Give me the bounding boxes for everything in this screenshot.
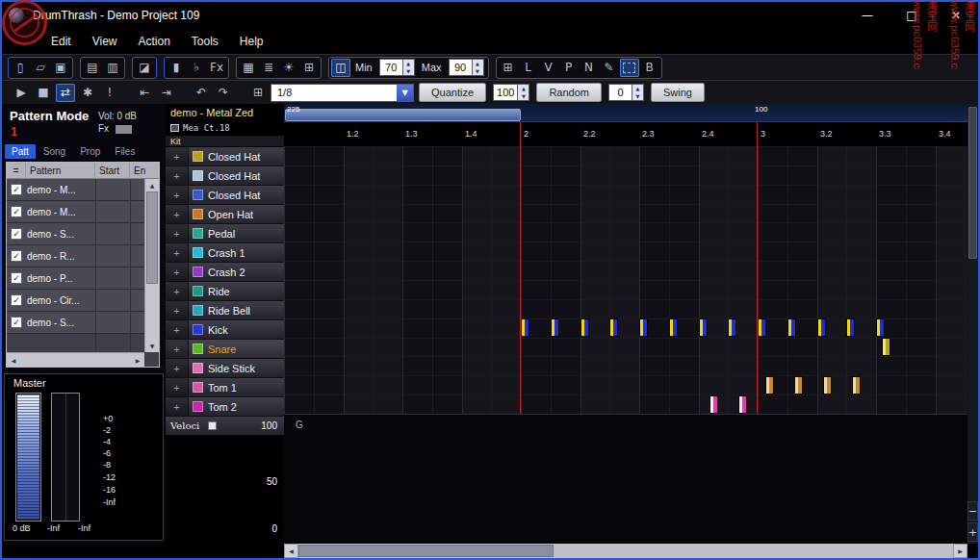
- pattern-row[interactable]: ✓demo - S...: [7, 223, 144, 245]
- loop-region[interactable]: [285, 109, 521, 121]
- fx-icon[interactable]: Fx: [207, 59, 226, 77]
- track-row-snare[interactable]: +Snare: [166, 340, 284, 359]
- note-kick[interactable]: [609, 318, 618, 337]
- eraser-icon[interactable]: ◪: [135, 59, 154, 77]
- add-note-button[interactable]: +: [166, 378, 189, 396]
- track-row-closed-hat[interactable]: +Closed Hat: [166, 147, 284, 166]
- loop-button[interactable]: ⇄: [56, 84, 75, 102]
- spin-up-icon[interactable]: ▲: [403, 60, 414, 67]
- spin-up-icon[interactable]: ▲: [473, 60, 483, 67]
- fx-meter[interactable]: [116, 125, 132, 134]
- zoom-in-button[interactable]: +: [967, 522, 978, 542]
- pattern-row[interactable]: ✓demo - M...: [7, 201, 144, 223]
- tab-files[interactable]: Files: [108, 144, 142, 159]
- hscroll-thumb[interactable]: [298, 545, 554, 557]
- note-kick[interactable]: [551, 318, 559, 337]
- min-velocity-value[interactable]: 70: [379, 59, 403, 76]
- add-note-button[interactable]: +: [166, 301, 189, 319]
- marquee-select-icon[interactable]: [620, 59, 639, 77]
- quantize-button[interactable]: Quantize: [419, 83, 486, 102]
- track-row-ride[interactable]: +Ride: [166, 282, 284, 301]
- beat-row[interactable]: 1.21.31.422.22.32.433.23.33.4: [284, 122, 967, 146]
- vscroll-thumb[interactable]: [968, 107, 977, 259]
- scroll-down-icon[interactable]: ▼: [145, 340, 159, 352]
- spin-up-icon[interactable]: ▲: [632, 85, 643, 92]
- min-velocity[interactable]: 70▲▼: [379, 59, 415, 76]
- tab-song[interactable]: Song: [37, 144, 72, 159]
- add-note-button[interactable]: +: [166, 166, 189, 185]
- spin-down-icon[interactable]: ▼: [518, 92, 529, 100]
- count-in-icon[interactable]: !: [100, 84, 119, 102]
- menu-action[interactable]: Action: [127, 31, 180, 52]
- note-kick[interactable]: [876, 318, 885, 337]
- velocity-lane[interactable]: G: [284, 414, 967, 544]
- add-note-button[interactable]: +: [166, 147, 189, 165]
- add-note-button[interactable]: +: [166, 282, 189, 300]
- list-icon[interactable]: ≣: [259, 59, 278, 77]
- measure-icon[interactable]: [170, 124, 179, 132]
- note-tom-2[interactable]: [738, 395, 747, 414]
- mixer-icon[interactable]: ▦: [239, 59, 258, 77]
- pattern-row[interactable]: ✓demo - M...: [7, 179, 144, 201]
- pattern-checkbox[interactable]: ✓: [11, 228, 22, 240]
- note-tom-2[interactable]: [709, 395, 718, 414]
- note-kick[interactable]: [669, 318, 678, 337]
- pan-tool-icon[interactable]: P: [559, 59, 579, 77]
- pattern-row[interactable]: ✓demo - P...: [7, 267, 144, 290]
- grid-body[interactable]: [284, 146, 967, 414]
- add-note-button[interactable]: +: [166, 186, 189, 204]
- pattern-table-vscrollbar[interactable]: ▲ ▼: [144, 179, 159, 352]
- random-amount[interactable]: 0▲▼: [608, 84, 644, 101]
- play-button[interactable]: ▶: [12, 84, 31, 102]
- flat-note-icon[interactable]: ♭: [187, 59, 206, 77]
- add-note-button[interactable]: +: [166, 397, 189, 416]
- note-kick[interactable]: [758, 318, 766, 337]
- pattern-checkbox[interactable]: ✓: [11, 294, 22, 306]
- velocity-tool-icon[interactable]: V: [539, 59, 558, 77]
- track-row-open-hat[interactable]: +Open Hat: [166, 205, 284, 224]
- open-folder-icon[interactable]: ▱: [31, 59, 50, 77]
- goto-start-icon[interactable]: ⇤: [135, 84, 154, 102]
- grid-icon[interactable]: ⊞: [299, 59, 319, 77]
- max-velocity[interactable]: 90▲▼: [449, 59, 484, 76]
- add-note-button[interactable]: +: [166, 263, 189, 281]
- horizontal-scrollbar[interactable]: ◀ ▶: [284, 544, 967, 558]
- redo-button[interactable]: ↷: [214, 84, 233, 102]
- spin-down-icon[interactable]: ▼: [403, 67, 414, 75]
- menu-tools[interactable]: Tools: [181, 31, 229, 52]
- max-velocity-value[interactable]: 90: [449, 59, 473, 76]
- scroll-left-icon[interactable]: ◀: [7, 353, 20, 367]
- tab-prop[interactable]: Prop: [73, 144, 107, 159]
- undo-button[interactable]: ↶: [192, 84, 211, 102]
- dropdown-arrow-icon[interactable]: ▼: [397, 85, 413, 101]
- save-icon[interactable]: ▣: [51, 59, 70, 77]
- pattern-checkbox[interactable]: ✓: [11, 250, 22, 262]
- goto-end-icon[interactable]: ⇥: [157, 84, 176, 102]
- snap-grid-icon[interactable]: ⊞: [248, 84, 268, 102]
- track-row-ride-bell[interactable]: +Ride Bell: [166, 301, 284, 320]
- pattern-checkbox[interactable]: ✓: [11, 272, 22, 284]
- track-row-tom-2[interactable]: +Tom 2: [166, 397, 284, 417]
- track-row-tom-1[interactable]: +Tom 1: [166, 378, 284, 397]
- add-note-button[interactable]: +: [166, 243, 189, 262]
- timeline-ruler[interactable]: 225100: [284, 104, 967, 122]
- zoom-out-button[interactable]: −: [967, 501, 978, 521]
- note-kick[interactable]: [728, 318, 736, 337]
- velocity-checkbox[interactable]: [208, 421, 217, 430]
- pattern-checkbox[interactable]: ✓: [11, 317, 22, 328]
- swing-button[interactable]: Swing: [651, 83, 705, 102]
- note-tool-icon[interactable]: N: [580, 59, 599, 77]
- note-kick[interactable]: [639, 318, 648, 337]
- track-row-crash-1[interactable]: +Crash 1: [166, 243, 284, 263]
- spin-up-icon[interactable]: ▲: [518, 85, 529, 92]
- note-tom-1[interactable]: [823, 376, 832, 395]
- metronome-toggle-icon[interactable]: ✱: [78, 84, 97, 102]
- tempo-marker[interactable]: 225: [287, 105, 299, 114]
- master-fader[interactable]: [15, 393, 41, 522]
- scroll-left-icon[interactable]: ◀: [284, 544, 298, 558]
- tab-patt[interactable]: Patt: [5, 144, 36, 159]
- note-kick[interactable]: [521, 318, 529, 337]
- add-note-button[interactable]: +: [166, 224, 189, 242]
- note-snare[interactable]: [882, 338, 890, 356]
- scroll-up-icon[interactable]: ▲: [145, 179, 159, 191]
